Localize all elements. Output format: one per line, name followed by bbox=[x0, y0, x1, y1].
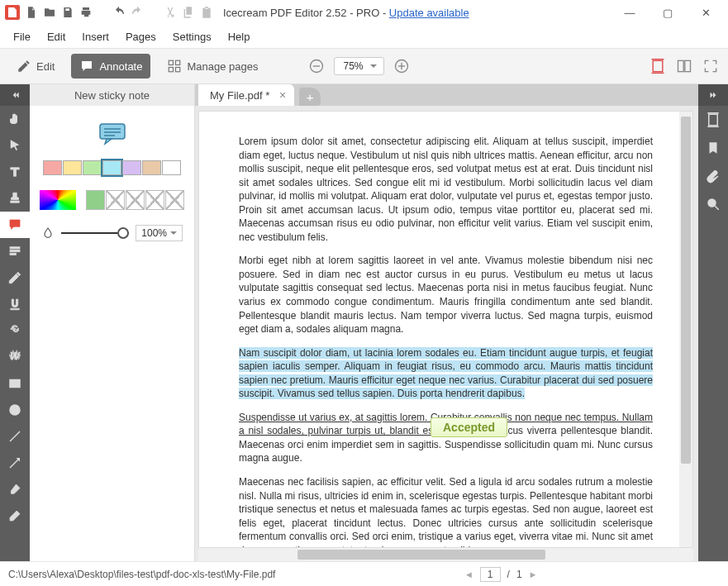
app-icon bbox=[5, 5, 20, 20]
tool-note[interactable] bbox=[0, 212, 30, 238]
tool-brush[interactable] bbox=[0, 476, 30, 503]
redo-icon[interactable] bbox=[131, 6, 144, 19]
undo-icon[interactable] bbox=[112, 6, 126, 19]
fullscreen-button[interactable] bbox=[702, 57, 720, 75]
menu-help[interactable]: Help bbox=[221, 27, 257, 46]
tool-rect[interactable] bbox=[0, 370, 30, 397]
highlighted-text: Nam suscipit dolor diam, ut lacinia lore… bbox=[239, 347, 653, 400]
tool-select[interactable] bbox=[0, 132, 30, 159]
minimize-button[interactable]: — bbox=[611, 0, 649, 25]
vertical-scrollbar[interactable] bbox=[679, 112, 692, 547]
menu-settings[interactable]: Settings bbox=[166, 27, 218, 46]
tool-stamp[interactable] bbox=[0, 185, 30, 212]
tool-underline[interactable] bbox=[0, 291, 30, 317]
opacity-control: 100% bbox=[38, 225, 186, 241]
sticky-note-icon bbox=[98, 122, 126, 145]
svg-rect-28 bbox=[709, 114, 718, 126]
tool-arrow[interactable] bbox=[0, 450, 30, 476]
tab-close-icon[interactable]: × bbox=[279, 88, 286, 102]
empty-swatch[interactable] bbox=[126, 190, 145, 210]
swatch[interactable] bbox=[63, 160, 82, 175]
tab-label: My File.pdf * bbox=[210, 89, 269, 102]
menu-edit[interactable]: Edit bbox=[40, 27, 72, 46]
fit-width-button[interactable] bbox=[649, 57, 667, 75]
tool-text[interactable] bbox=[0, 159, 30, 185]
svg-rect-0 bbox=[169, 60, 174, 64]
stamp-accepted[interactable]: Accepted bbox=[431, 417, 507, 437]
grid-icon bbox=[167, 59, 182, 74]
copy-icon[interactable] bbox=[182, 6, 195, 19]
collapse-right-button[interactable] bbox=[698, 84, 728, 106]
collapse-left-button[interactable] bbox=[0, 84, 30, 106]
tool-pencil[interactable] bbox=[0, 264, 30, 291]
swatch[interactable] bbox=[83, 160, 102, 175]
menu-insert[interactable]: Insert bbox=[75, 27, 116, 46]
swatch-selected[interactable] bbox=[102, 160, 121, 175]
two-page-button[interactable] bbox=[675, 57, 693, 75]
swatch[interactable] bbox=[142, 160, 161, 175]
svg-rect-18 bbox=[10, 253, 17, 255]
open-icon[interactable] bbox=[43, 6, 56, 19]
svg-rect-14 bbox=[12, 222, 18, 222]
right-tool-strip bbox=[698, 84, 728, 561]
opacity-value[interactable]: 100% bbox=[136, 225, 183, 241]
swatch[interactable] bbox=[122, 160, 141, 175]
panel-thumbnails[interactable] bbox=[698, 106, 728, 134]
tool-strikeout[interactable] bbox=[0, 317, 30, 344]
pdf-page: Lorem ipsum dolor sit amet, consectetur … bbox=[199, 112, 692, 548]
page-viewport[interactable]: Lorem ipsum dolor sit amet, consectetur … bbox=[198, 111, 693, 548]
zoom-in-button[interactable] bbox=[393, 57, 411, 75]
menu-pages[interactable]: Pages bbox=[119, 27, 163, 46]
menu-file[interactable]: File bbox=[7, 27, 37, 46]
close-button[interactable]: ✕ bbox=[687, 0, 725, 25]
opacity-slider[interactable] bbox=[61, 232, 129, 234]
svg-rect-13 bbox=[685, 60, 691, 71]
print-icon[interactable] bbox=[79, 6, 93, 19]
svg-point-31 bbox=[708, 199, 716, 207]
horizontal-scrollbar[interactable] bbox=[198, 548, 693, 561]
annotate-mode-button[interactable]: Annotate bbox=[71, 54, 150, 79]
maximize-button[interactable]: ▢ bbox=[649, 0, 687, 25]
custom-swatch[interactable] bbox=[86, 190, 105, 210]
panel-attachments[interactable] bbox=[698, 162, 728, 190]
tool-line[interactable] bbox=[0, 423, 30, 450]
manage-pages-button[interactable]: Manage pages bbox=[159, 54, 266, 79]
page-prev-icon[interactable]: ◄ bbox=[464, 569, 473, 579]
app-title-text: Icecream PDF Editor 2.52 - PRO - bbox=[223, 7, 389, 19]
new-icon[interactable] bbox=[25, 6, 38, 19]
paragraph: Lorem ipsum dolor sit amet, consectetur … bbox=[239, 135, 653, 244]
panel-bookmarks[interactable] bbox=[698, 134, 728, 162]
zoom-out-button[interactable] bbox=[307, 57, 326, 75]
tool-wavy[interactable]: W bbox=[0, 344, 30, 370]
new-tab-button[interactable]: + bbox=[299, 88, 321, 106]
color-presets[interactable] bbox=[43, 160, 181, 175]
swatch[interactable] bbox=[162, 160, 181, 175]
empty-swatch[interactable] bbox=[165, 190, 184, 210]
empty-swatch[interactable] bbox=[145, 190, 164, 210]
panel-search[interactable] bbox=[698, 190, 728, 218]
page-next-icon[interactable]: ► bbox=[529, 569, 538, 579]
paragraph: Maecenas nec facilisis sapien, ac effici… bbox=[239, 475, 653, 548]
edit-mode-button[interactable]: Edit bbox=[8, 54, 63, 79]
paste-icon[interactable] bbox=[200, 6, 213, 19]
document-area: My File.pdf * × + Lorem ipsum dolor sit … bbox=[195, 84, 698, 561]
status-bar: C:\Users\Alexa\Desktop\files-test\pdf-do… bbox=[0, 561, 728, 586]
window-title: Icecream PDF Editor 2.52 - PRO - Update … bbox=[223, 7, 469, 19]
side-panel: New sticky note bbox=[30, 84, 195, 561]
cut-icon[interactable] bbox=[164, 6, 177, 19]
tool-hand[interactable] bbox=[0, 106, 30, 132]
tool-highlight[interactable] bbox=[0, 238, 30, 264]
swatch[interactable] bbox=[43, 160, 62, 175]
zoom-select[interactable]: 75% bbox=[334, 57, 383, 75]
color-picker-button[interactable] bbox=[40, 190, 76, 210]
page-sep: / bbox=[507, 569, 510, 580]
svg-rect-2 bbox=[169, 68, 174, 72]
empty-swatch[interactable] bbox=[106, 190, 125, 210]
update-link[interactable]: Update available bbox=[389, 7, 469, 19]
page-number-input[interactable]: 1 bbox=[480, 567, 501, 582]
file-tab[interactable]: My File.pdf * × bbox=[198, 84, 294, 106]
tool-circle[interactable] bbox=[0, 397, 30, 423]
save-icon[interactable] bbox=[61, 6, 74, 19]
tool-eraser[interactable] bbox=[0, 503, 30, 529]
color-custom-row bbox=[40, 190, 184, 210]
